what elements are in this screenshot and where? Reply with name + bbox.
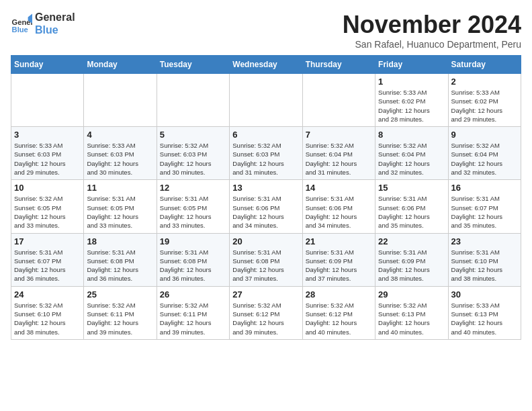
calendar-cell: 26Sunrise: 5:32 AM Sunset: 6:11 PM Dayli… <box>157 286 229 339</box>
day-info: Sunrise: 5:31 AM Sunset: 6:10 PM Dayligh… <box>451 248 518 283</box>
day-info: Sunrise: 5:32 AM Sunset: 6:12 PM Dayligh… <box>232 301 299 336</box>
calendar-cell: 4Sunrise: 5:33 AM Sunset: 6:03 PM Daylig… <box>84 127 157 180</box>
day-number: 16 <box>451 183 518 193</box>
calendar-cell: 3Sunrise: 5:33 AM Sunset: 6:03 PM Daylig… <box>11 127 84 180</box>
day-number: 6 <box>232 130 299 140</box>
calendar-cell <box>302 74 375 127</box>
calendar-week-row: 3Sunrise: 5:33 AM Sunset: 6:03 PM Daylig… <box>11 127 521 180</box>
day-number: 4 <box>87 130 153 140</box>
weekday-header: Thursday <box>302 56 375 74</box>
calendar-cell: 5Sunrise: 5:32 AM Sunset: 6:03 PM Daylig… <box>157 127 229 180</box>
page-header: General Blue General Blue November 2024 … <box>11 11 521 50</box>
calendar-cell: 24Sunrise: 5:32 AM Sunset: 6:10 PM Dayli… <box>11 286 84 339</box>
calendar-cell: 23Sunrise: 5:31 AM Sunset: 6:10 PM Dayli… <box>448 233 521 286</box>
calendar-cell <box>157 74 229 127</box>
calendar-cell: 13Sunrise: 5:31 AM Sunset: 6:06 PM Dayli… <box>230 180 302 233</box>
location-subtitle: San Rafael, Huanuco Department, Peru <box>343 39 521 50</box>
day-number: 19 <box>160 236 226 246</box>
day-info: Sunrise: 5:31 AM Sunset: 6:06 PM Dayligh… <box>232 194 299 230</box>
calendar-header-row: SundayMondayTuesdayWednesdayThursdayFrid… <box>11 56 521 74</box>
weekday-header: Tuesday <box>157 56 229 74</box>
day-number: 2 <box>451 77 518 87</box>
day-number: 18 <box>87 236 153 246</box>
calendar-cell: 9Sunrise: 5:32 AM Sunset: 6:04 PM Daylig… <box>448 127 521 180</box>
calendar-cell <box>11 74 84 127</box>
calendar-cell: 8Sunrise: 5:32 AM Sunset: 6:04 PM Daylig… <box>375 127 448 180</box>
day-info: Sunrise: 5:33 AM Sunset: 6:02 PM Dayligh… <box>451 88 518 124</box>
day-info: Sunrise: 5:32 AM Sunset: 6:10 PM Dayligh… <box>14 301 81 336</box>
day-info: Sunrise: 5:32 AM Sunset: 6:11 PM Dayligh… <box>87 301 153 336</box>
day-info: Sunrise: 5:31 AM Sunset: 6:05 PM Dayligh… <box>87 194 153 230</box>
day-info: Sunrise: 5:31 AM Sunset: 6:05 PM Dayligh… <box>160 194 226 230</box>
calendar-cell: 19Sunrise: 5:31 AM Sunset: 6:08 PM Dayli… <box>157 233 229 286</box>
day-info: Sunrise: 5:31 AM Sunset: 6:06 PM Dayligh… <box>306 194 372 230</box>
svg-text:Blue: Blue <box>12 26 28 34</box>
day-info: Sunrise: 5:33 AM Sunset: 6:13 PM Dayligh… <box>451 301 518 336</box>
day-number: 7 <box>306 130 372 140</box>
calendar-cell <box>230 74 302 127</box>
day-info: Sunrise: 5:32 AM Sunset: 6:04 PM Dayligh… <box>451 141 518 177</box>
day-info: Sunrise: 5:33 AM Sunset: 6:02 PM Dayligh… <box>378 88 445 124</box>
day-info: Sunrise: 5:32 AM Sunset: 6:05 PM Dayligh… <box>14 194 81 230</box>
day-info: Sunrise: 5:32 AM Sunset: 6:12 PM Dayligh… <box>306 301 372 336</box>
weekday-header: Saturday <box>448 56 521 74</box>
logo-icon: General Blue <box>11 13 32 34</box>
day-info: Sunrise: 5:31 AM Sunset: 6:09 PM Dayligh… <box>306 248 372 283</box>
day-info: Sunrise: 5:33 AM Sunset: 6:03 PM Dayligh… <box>87 141 153 177</box>
calendar-cell: 30Sunrise: 5:33 AM Sunset: 6:13 PM Dayli… <box>448 286 521 339</box>
calendar-week-row: 24Sunrise: 5:32 AM Sunset: 6:10 PM Dayli… <box>11 286 521 339</box>
weekday-header: Friday <box>375 56 448 74</box>
calendar-cell: 1Sunrise: 5:33 AM Sunset: 6:02 PM Daylig… <box>375 74 448 127</box>
logo-line2: Blue <box>35 24 75 36</box>
day-number: 12 <box>160 183 226 193</box>
day-number: 28 <box>306 289 372 300</box>
day-info: Sunrise: 5:31 AM Sunset: 6:07 PM Dayligh… <box>451 194 518 230</box>
calendar-cell: 28Sunrise: 5:32 AM Sunset: 6:12 PM Dayli… <box>302 286 375 339</box>
day-info: Sunrise: 5:33 AM Sunset: 6:03 PM Dayligh… <box>14 141 81 177</box>
calendar-table: SundayMondayTuesdayWednesdayThursdayFrid… <box>11 55 521 340</box>
calendar-cell: 17Sunrise: 5:31 AM Sunset: 6:07 PM Dayli… <box>11 233 84 286</box>
calendar-week-row: 1Sunrise: 5:33 AM Sunset: 6:02 PM Daylig… <box>11 74 521 127</box>
day-info: Sunrise: 5:31 AM Sunset: 6:07 PM Dayligh… <box>14 248 81 283</box>
calendar-cell: 14Sunrise: 5:31 AM Sunset: 6:06 PM Dayli… <box>302 180 375 233</box>
day-number: 13 <box>232 183 299 193</box>
calendar-cell: 27Sunrise: 5:32 AM Sunset: 6:12 PM Dayli… <box>230 286 302 339</box>
calendar-cell: 12Sunrise: 5:31 AM Sunset: 6:05 PM Dayli… <box>157 180 229 233</box>
day-info: Sunrise: 5:31 AM Sunset: 6:09 PM Dayligh… <box>378 248 445 283</box>
calendar-cell: 7Sunrise: 5:32 AM Sunset: 6:04 PM Daylig… <box>302 127 375 180</box>
day-info: Sunrise: 5:32 AM Sunset: 6:03 PM Dayligh… <box>232 141 299 177</box>
day-number: 21 <box>306 236 372 246</box>
day-info: Sunrise: 5:31 AM Sunset: 6:08 PM Dayligh… <box>160 248 226 283</box>
weekday-header: Wednesday <box>230 56 302 74</box>
calendar-cell: 2Sunrise: 5:33 AM Sunset: 6:02 PM Daylig… <box>448 74 521 127</box>
calendar-week-row: 10Sunrise: 5:32 AM Sunset: 6:05 PM Dayli… <box>11 180 521 233</box>
day-number: 27 <box>232 289 299 300</box>
day-number: 9 <box>451 130 518 140</box>
day-number: 26 <box>160 289 226 300</box>
day-number: 14 <box>306 183 372 193</box>
day-number: 5 <box>160 130 226 140</box>
calendar-cell: 15Sunrise: 5:31 AM Sunset: 6:06 PM Dayli… <box>375 180 448 233</box>
calendar-cell: 22Sunrise: 5:31 AM Sunset: 6:09 PM Dayli… <box>375 233 448 286</box>
day-number: 11 <box>87 183 153 193</box>
calendar-cell: 6Sunrise: 5:32 AM Sunset: 6:03 PM Daylig… <box>230 127 302 180</box>
day-info: Sunrise: 5:32 AM Sunset: 6:11 PM Dayligh… <box>160 301 226 336</box>
day-info: Sunrise: 5:31 AM Sunset: 6:08 PM Dayligh… <box>232 248 299 283</box>
day-info: Sunrise: 5:32 AM Sunset: 6:04 PM Dayligh… <box>378 141 445 177</box>
day-info: Sunrise: 5:32 AM Sunset: 6:13 PM Dayligh… <box>378 301 445 336</box>
calendar-cell: 16Sunrise: 5:31 AM Sunset: 6:07 PM Dayli… <box>448 180 521 233</box>
logo-line1: General <box>35 11 75 24</box>
weekday-header: Sunday <box>11 56 84 74</box>
day-number: 8 <box>378 130 445 140</box>
calendar-cell: 10Sunrise: 5:32 AM Sunset: 6:05 PM Dayli… <box>11 180 84 233</box>
day-number: 22 <box>378 236 445 246</box>
calendar-cell: 29Sunrise: 5:32 AM Sunset: 6:13 PM Dayli… <box>375 286 448 339</box>
calendar-cell: 20Sunrise: 5:31 AM Sunset: 6:08 PM Dayli… <box>230 233 302 286</box>
day-number: 24 <box>14 289 81 300</box>
calendar-cell: 11Sunrise: 5:31 AM Sunset: 6:05 PM Dayli… <box>84 180 157 233</box>
day-info: Sunrise: 5:32 AM Sunset: 6:04 PM Dayligh… <box>306 141 372 177</box>
calendar-cell: 21Sunrise: 5:31 AM Sunset: 6:09 PM Dayli… <box>302 233 375 286</box>
day-number: 30 <box>451 289 518 300</box>
day-number: 3 <box>14 130 81 140</box>
day-number: 17 <box>14 236 81 246</box>
